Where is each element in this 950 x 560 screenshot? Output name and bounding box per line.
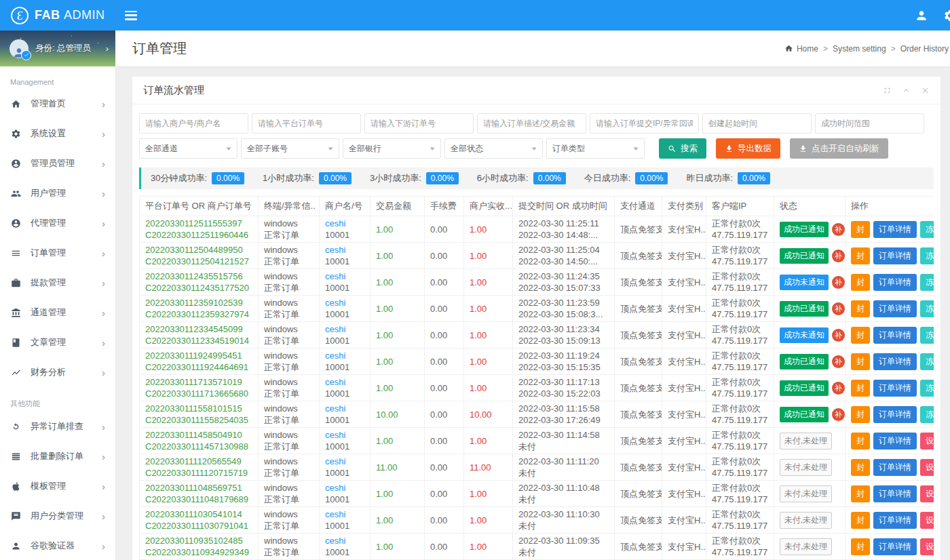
detail-button[interactable]: 订单详情 — [873, 406, 917, 423]
sidebar-item-system-settings[interactable]: 系统设置› — [0, 119, 115, 148]
seal-button[interactable]: 封 — [851, 406, 870, 423]
sidebar-item-user-management[interactable]: 用户管理› — [0, 178, 115, 208]
merchant-name-link[interactable]: ceshi — [325, 508, 364, 520]
filter-select-4[interactable]: 订单类型▼ — [546, 138, 645, 159]
seal-button[interactable]: 封 — [851, 221, 870, 238]
detail-button[interactable]: 订单详情 — [873, 485, 917, 502]
filter-input-4[interactable] — [590, 113, 699, 134]
filter-input-0[interactable] — [139, 113, 248, 134]
sidebar-item-admin-management[interactable]: 管理员管理› — [0, 148, 115, 178]
merchant-name-link[interactable]: ceshi — [325, 429, 364, 441]
seal-button[interactable]: 封 — [851, 538, 870, 555]
seal-button[interactable]: 封 — [851, 433, 870, 449]
seal-button[interactable]: 封 — [851, 485, 870, 502]
set_paid-button[interactable]: 设置为已支付 — [920, 459, 934, 476]
detail-button[interactable]: 订单详情 — [873, 433, 917, 449]
patch-badge[interactable]: 补 — [832, 223, 845, 236]
merchant-name-link[interactable]: ceshi — [325, 376, 364, 388]
sidebar-item-finance-analysis[interactable]: 财务分析› — [0, 357, 115, 387]
collapse-icon[interactable] — [902, 86, 911, 95]
seal-button[interactable]: 封 — [851, 353, 870, 370]
settings-gear-icon[interactable] — [943, 8, 950, 23]
merchant-name-link[interactable]: ceshi — [325, 350, 364, 361]
freeze-button[interactable]: 冻结订单 — [920, 353, 934, 370]
seal-button[interactable]: 封 — [851, 300, 870, 317]
auto-refresh-button[interactable]: 点击开启自动刷新 — [790, 138, 888, 159]
sidebar-item-batch-delete-orders[interactable]: 批量删除订单› — [0, 441, 115, 471]
sidebar-item-user-category-management[interactable]: 用户分类管理› — [0, 501, 115, 531]
expand-icon[interactable] — [883, 86, 892, 95]
detail-button[interactable]: 订单详情 — [873, 459, 917, 476]
patch-badge[interactable]: 补 — [832, 276, 845, 289]
detail-button[interactable]: 订单详情 — [873, 512, 917, 529]
merchant-name-link[interactable]: ceshi — [325, 456, 364, 467]
merchant-name-link[interactable]: ceshi — [325, 323, 364, 335]
freeze-button[interactable]: 冻结订单 — [920, 300, 934, 317]
freeze-button[interactable]: 冻结订单 — [920, 406, 934, 423]
detail-button[interactable]: 订单详情 — [873, 538, 917, 555]
sidebar-item-google-authenticator[interactable]: 谷歌验证器› — [0, 531, 115, 560]
export-data-button[interactable]: 导出数据 — [716, 138, 780, 159]
sidebar-item-order-management[interactable]: 订单管理› — [0, 238, 115, 268]
patch-badge[interactable]: 补 — [832, 302, 845, 315]
identity-banner[interactable]: 身份: 总管理员 › — [0, 31, 115, 66]
patch-badge[interactable]: 补 — [832, 382, 845, 395]
patch-badge[interactable]: 补 — [832, 249, 845, 262]
merchant-name-link[interactable]: ceshi — [325, 244, 364, 256]
detail-button[interactable]: 订单详情 — [873, 327, 917, 344]
merchant-name-link[interactable]: ceshi — [325, 403, 364, 414]
breadcrumb-order-history[interactable]: Order History — [886, 44, 949, 54]
filter-input-1[interactable] — [252, 113, 361, 134]
freeze-button[interactable]: 冻结订单 — [920, 221, 934, 238]
merchant-name-link[interactable]: ceshi — [325, 218, 364, 229]
freeze-button[interactable]: 冻结订单 — [920, 274, 934, 291]
detail-button[interactable]: 订单详情 — [873, 380, 917, 397]
breadcrumb-system-setting[interactable]: System setting — [818, 44, 886, 54]
freeze-button[interactable]: 冻结订单 — [920, 380, 934, 397]
seal-button[interactable]: 封 — [851, 247, 870, 264]
sidebar-toggle-button[interactable] — [125, 11, 137, 20]
filter-select-3[interactable]: 全部状态▼ — [444, 138, 543, 159]
user-menu-icon[interactable] — [914, 8, 929, 23]
freeze-button[interactable]: 冻结订单 — [920, 327, 934, 344]
filter-input-3[interactable] — [477, 113, 586, 134]
sidebar-item-article-management[interactable]: 文章管理› — [0, 327, 115, 357]
seal-button[interactable]: 封 — [851, 380, 870, 397]
filter-input-5[interactable] — [702, 113, 812, 134]
set_paid-button[interactable]: 设置为已支付 — [920, 538, 934, 555]
search-button[interactable]: 搜索 — [659, 138, 706, 159]
detail-button[interactable]: 订单详情 — [873, 274, 917, 291]
sidebar-item-dashboard[interactable]: 管理首页› — [0, 89, 115, 119]
patch-badge[interactable]: 补 — [832, 408, 845, 421]
merchant-name-link[interactable]: ceshi — [325, 535, 364, 546]
set_paid-button[interactable]: 设置为已支付 — [920, 512, 934, 529]
detail-button[interactable]: 订单详情 — [873, 300, 917, 317]
set_paid-button[interactable]: 设置为已支付 — [920, 485, 934, 502]
freeze-button[interactable]: 冻结订单 — [920, 247, 934, 264]
sidebar-item-abnormal-order-check[interactable]: 异常订单排查› — [0, 412, 115, 441]
seal-button[interactable]: 封 — [851, 274, 870, 291]
merchant-name-link[interactable]: ceshi — [325, 297, 364, 308]
sidebar-item-channel-management[interactable]: 通道管理› — [0, 298, 115, 327]
close-icon[interactable] — [921, 86, 930, 95]
patch-badge[interactable]: 补 — [832, 329, 845, 342]
breadcrumb-home[interactable]: Home — [797, 44, 818, 54]
filter-input-2[interactable] — [364, 113, 474, 134]
sidebar-item-withdraw-management[interactable]: 提款管理› — [0, 268, 115, 298]
merchant-name-link[interactable]: ceshi — [325, 271, 364, 282]
patch-badge[interactable]: 补 — [832, 355, 845, 368]
seal-button[interactable]: 封 — [851, 512, 870, 529]
filter-select-2[interactable]: 全部银行▼ — [343, 138, 441, 159]
merchant-name-link[interactable]: ceshi — [325, 482, 364, 494]
filter-select-0[interactable]: 全部通道▼ — [139, 138, 238, 159]
sidebar-item-template-management[interactable]: 模板管理› — [0, 471, 115, 501]
seal-button[interactable]: 封 — [851, 327, 870, 344]
filter-input-6[interactable] — [815, 113, 924, 134]
brand[interactable]: Ɛ FAB ADMIN — [0, 7, 115, 24]
set_paid-button[interactable]: 设置为已支付 — [920, 433, 934, 449]
detail-button[interactable]: 订单详情 — [873, 221, 917, 238]
filter-select-1[interactable]: 全部子账号▼ — [241, 138, 339, 159]
detail-button[interactable]: 订单详情 — [873, 247, 917, 264]
seal-button[interactable]: 封 — [851, 459, 870, 476]
detail-button[interactable]: 订单详情 — [873, 353, 917, 370]
